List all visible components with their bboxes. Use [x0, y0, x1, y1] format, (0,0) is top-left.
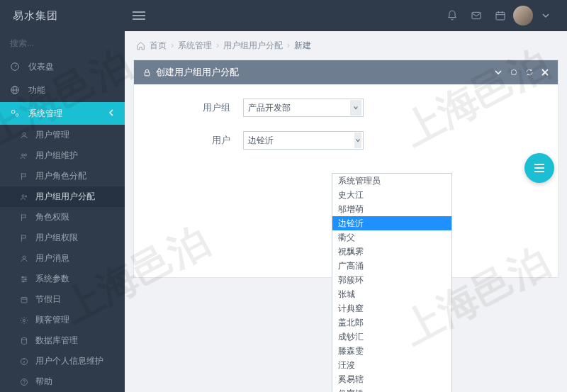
calendar-icon: [20, 296, 31, 304]
dropdown-option[interactable]: 郭簇环: [332, 273, 451, 287]
svg-point-21: [23, 256, 26, 259]
sidebar-sub-role-perm[interactable]: 角色权限: [0, 207, 125, 228]
fab-menu-button[interactable]: [524, 153, 554, 183]
breadcrumb-sep: ›: [216, 40, 219, 50]
dropdown-option[interactable]: 计典窒: [332, 301, 451, 315]
dropdown-option[interactable]: 奚易辖: [332, 372, 451, 386]
sidebar-sub-database[interactable]: 数据库管理: [0, 330, 125, 351]
sidebar-sub-customer[interactable]: 顾客管理: [0, 310, 125, 330]
user-group-icon: [20, 193, 31, 201]
svg-point-16: [23, 133, 26, 135]
user-dropdown[interactable]: 系统管理员史大江邬增萌边铨沂衢父祝飘霁广高涌郭簇环张城计典窒盖北郎成钞汇滕森雯汪…: [332, 173, 452, 392]
panel-header: 创建用户组用户分配: [134, 60, 558, 84]
user-icon: [20, 131, 31, 140]
main-content: 首页 › 系统管理 › 用户组用户分配 › 新建 创建用户组用户分配: [125, 31, 567, 392]
dropdown-option[interactable]: 汪浚: [332, 358, 451, 372]
svg-rect-37: [145, 72, 150, 75]
sidebar-item-label: 用户组用户分配: [35, 191, 95, 203]
dashboard-icon: [10, 62, 23, 72]
sidebar-item-label: 顾客管理: [35, 314, 69, 326]
dropdown-option[interactable]: 张城: [332, 287, 451, 301]
chevron-down-icon: [350, 100, 361, 116]
dropdown-option[interactable]: 边铨沂: [332, 216, 451, 230]
sidebar-sub-user-role[interactable]: 用户角色分配: [0, 166, 125, 186]
bell-icon[interactable]: [441, 4, 464, 27]
sidebar: 仪表盘 功能 系统管理 用户管理 用户组维护 用户角色分配 用户组用户分配: [0, 31, 125, 392]
dropdown-option[interactable]: 祝飘霁: [332, 245, 451, 259]
user-menu-caret-icon[interactable]: [534, 4, 557, 27]
sidebar-sub-groups[interactable]: 用户组维护: [0, 145, 125, 166]
calendar-icon[interactable]: [489, 4, 512, 27]
svg-rect-28: [21, 297, 27, 303]
chevron-down-icon: [354, 133, 361, 148]
search-input[interactable]: [10, 38, 116, 48]
sidebar-item-dashboard[interactable]: 仪表盘: [0, 55, 125, 79]
flag-icon: [20, 172, 31, 181]
cogs-icon: [10, 108, 23, 118]
sidebar-sub-profile[interactable]: 用户个人信息维护: [0, 351, 125, 371]
dropdown-option[interactable]: 广高涌: [332, 259, 451, 273]
sidebar-item-label: 数据库管理: [35, 335, 78, 347]
svg-point-31: [22, 337, 27, 340]
flag-icon: [20, 234, 31, 242]
lock-icon: [142, 68, 152, 77]
svg-rect-3: [472, 12, 481, 18]
close-button[interactable]: [541, 68, 549, 77]
sidebar-item-system[interactable]: 系统管理: [0, 102, 125, 125]
breadcrumb-sep: ›: [171, 40, 174, 50]
home-icon: [136, 41, 145, 50]
sidebar-item-label: 角色权限: [35, 211, 69, 223]
sidebar-sub-group-perm[interactable]: 用户组权限: [0, 228, 125, 248]
sidebar-sub-help[interactable]: 帮助: [0, 371, 125, 392]
svg-point-18: [25, 154, 27, 156]
cog-icon: [20, 316, 31, 325]
flag-icon: [20, 213, 31, 222]
dropdown-option[interactable]: 邬增萌: [332, 202, 451, 216]
sidebar-item-label: 用户个人信息维护: [35, 355, 103, 367]
collapse-button[interactable]: [494, 68, 503, 77]
sidebar-sub-holiday[interactable]: 节假日: [0, 289, 125, 310]
sidebar-toggle-button[interactable]: [125, 11, 153, 21]
sidebar-sub-users[interactable]: 用户管理: [0, 125, 125, 145]
sidebar-sub-user-msg[interactable]: 用户消息: [0, 248, 125, 269]
svg-rect-4: [496, 12, 505, 20]
avatar[interactable]: [513, 6, 533, 26]
question-icon: [20, 378, 31, 386]
group-label: 用户组: [151, 101, 243, 114]
sidebar-item-label: 节假日: [35, 293, 61, 306]
user-label: 用户: [151, 134, 243, 147]
chevron-left-icon: [108, 108, 115, 118]
dropdown-option[interactable]: 史大江: [332, 188, 451, 202]
sidebar-item-label: 用户组维护: [35, 150, 78, 162]
dropdown-option[interactable]: 成钞汇: [332, 330, 451, 344]
sidebar-item-functions[interactable]: 功能: [0, 79, 125, 102]
svg-point-36: [24, 383, 25, 384]
sidebar-item-label: 帮助: [35, 376, 52, 388]
brand-title: 易水集团: [0, 9, 125, 23]
sidebar-item-label: 功能: [28, 84, 45, 96]
group-select[interactable]: 产品开发部: [243, 99, 364, 117]
breadcrumb: 首页 › 系统管理 › 用户组用户分配 › 新建: [125, 31, 567, 60]
refresh-button[interactable]: [525, 68, 534, 77]
sidebar-sub-group-user[interactable]: 用户组用户分配: [0, 186, 125, 207]
user-select-input[interactable]: [248, 135, 354, 145]
dropdown-option[interactable]: 盖北郎: [332, 315, 451, 330]
breadcrumb-sep: ›: [287, 40, 290, 50]
breadcrumb-item[interactable]: 系统管理: [178, 40, 212, 52]
breadcrumb-home[interactable]: 首页: [150, 40, 167, 52]
sidebar-item-label: 用户组权限: [35, 232, 78, 244]
group-icon: [20, 152, 31, 160]
mail-icon[interactable]: [465, 4, 488, 27]
user-select[interactable]: [243, 131, 364, 150]
settings-button[interactable]: [510, 68, 518, 77]
dropdown-option[interactable]: 衢父: [332, 230, 451, 245]
breadcrumb-item[interactable]: 用户组用户分配: [223, 40, 283, 52]
sliders-icon: [20, 275, 31, 284]
dropdown-option[interactable]: 仉寮锆: [332, 386, 451, 392]
dropdown-option[interactable]: 系统管理员: [332, 174, 451, 188]
sidebar-search[interactable]: [0, 31, 125, 55]
panel-title: 创建用户组用户分配: [156, 66, 239, 79]
sidebar-sub-sys-params[interactable]: 系统参数: [0, 269, 125, 289]
dropdown-option[interactable]: 滕森雯: [332, 344, 451, 358]
sidebar-item-label: 系统管理: [28, 108, 62, 120]
